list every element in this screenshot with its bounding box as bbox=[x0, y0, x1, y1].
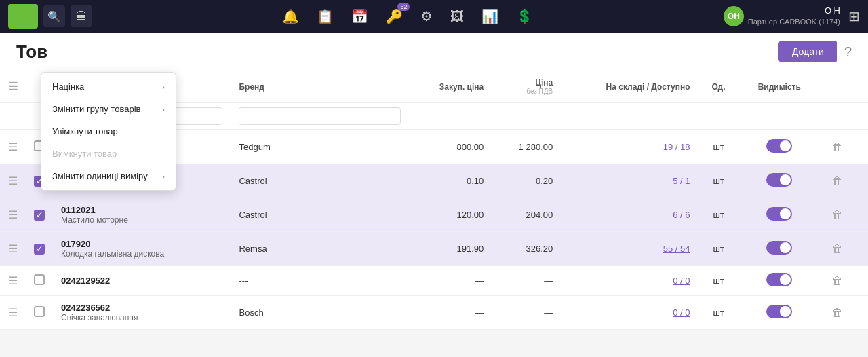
visibility-toggle[interactable] bbox=[766, 305, 792, 318]
row-price-0: 1 280.00 bbox=[492, 130, 561, 164]
delete-button[interactable]: 🗑 bbox=[828, 174, 847, 189]
row-visibility-3[interactable] bbox=[739, 232, 820, 266]
brand-text: --- bbox=[239, 276, 248, 286]
archive-button[interactable]: 🏛 bbox=[71, 5, 92, 27]
visibility-toggle-wrap[interactable] bbox=[766, 207, 792, 221]
row-unit-1: шт bbox=[698, 164, 739, 198]
search-button[interactable]: 🔍 bbox=[43, 5, 65, 27]
reorder-handle-icon[interactable]: ☰ bbox=[8, 175, 18, 187]
filter-stock-cell bbox=[561, 102, 698, 130]
th-visibility: Видимість bbox=[739, 71, 820, 102]
brand-text: Remsa bbox=[239, 244, 267, 254]
stock-link[interactable]: 0 / 0 bbox=[673, 276, 690, 286]
row-reorder-0: ☰ bbox=[0, 130, 26, 164]
visibility-toggle[interactable] bbox=[766, 273, 792, 286]
delete-button[interactable]: 🗑 bbox=[828, 242, 847, 257]
user-info[interactable]: ОН О Н Партнер CARBOOK (1174) bbox=[724, 5, 840, 26]
row-checkbox[interactable] bbox=[34, 274, 45, 285]
th-purchase-price: Закуп. ціна bbox=[409, 71, 492, 102]
chevron-right-icon: › bbox=[162, 83, 165, 91]
row-visibility-2[interactable] bbox=[739, 198, 820, 232]
brand-text: Castrol bbox=[239, 176, 267, 186]
visibility-toggle[interactable] bbox=[766, 207, 792, 221]
reorder-handle-icon[interactable]: ☰ bbox=[8, 209, 18, 221]
row-brand-4: --- bbox=[231, 266, 408, 296]
th-purchase-label: Закуп. ціна bbox=[439, 82, 484, 92]
context-menu-enable[interactable]: Увімкнути товар bbox=[41, 120, 176, 143]
image-icon-button[interactable]: 🖼 bbox=[448, 6, 467, 27]
user-details: О Н Партнер CARBOOK (1174) bbox=[748, 5, 840, 26]
context-menu-change-group[interactable]: Змінити групу товарів › bbox=[41, 98, 176, 120]
product-name-text: Колодка гальмівна дискова bbox=[61, 249, 222, 259]
visibility-toggle-wrap[interactable] bbox=[766, 241, 792, 255]
row-delete-4: 🗑 bbox=[820, 266, 868, 296]
th-stock-label: На складі / Доступно bbox=[606, 82, 690, 92]
context-menu-markup[interactable]: Націнка › bbox=[41, 75, 176, 98]
add-button[interactable]: Додати bbox=[778, 41, 837, 62]
visibility-toggle-wrap[interactable] bbox=[766, 173, 792, 187]
stock-link[interactable]: 5 / 1 bbox=[673, 176, 690, 186]
row-checkbox-4[interactable] bbox=[26, 266, 53, 296]
delete-button[interactable]: 🗑 bbox=[828, 305, 847, 320]
row-checkbox-3[interactable]: ✓ bbox=[26, 232, 53, 266]
row-checkbox-2[interactable]: ✓ bbox=[26, 198, 53, 232]
chart-icon-button[interactable]: 📊 bbox=[479, 5, 501, 27]
reorder-icon[interactable]: ☰ bbox=[8, 81, 18, 92]
header-actions: Додати ? bbox=[778, 41, 852, 62]
stock-link[interactable]: 55 / 54 bbox=[663, 244, 690, 254]
row-stock-3: 55 / 54 bbox=[561, 232, 698, 266]
visibility-toggle[interactable] bbox=[766, 241, 792, 255]
dollar-icon-button[interactable]: 💲 bbox=[513, 5, 536, 27]
reorder-handle-icon[interactable]: ☰ bbox=[8, 141, 18, 153]
filter-brand-input[interactable] bbox=[239, 107, 400, 125]
row-product-3: 017920 Колодка гальмівна дискова bbox=[53, 232, 231, 266]
context-menu-change-units[interactable]: Змінити одиниці виміру › bbox=[41, 165, 176, 187]
calendar-check-icon-button[interactable]: 📅 bbox=[349, 5, 371, 27]
price-text: 326.20 bbox=[526, 244, 553, 254]
th-price-sub: без ПДВ bbox=[500, 88, 553, 95]
app-logo[interactable] bbox=[8, 4, 38, 29]
help-button[interactable]: ? bbox=[844, 44, 852, 60]
visibility-toggle-wrap[interactable] bbox=[766, 139, 792, 153]
row-checkbox[interactable]: ✓ bbox=[34, 244, 45, 255]
row-checkbox[interactable]: ✓ bbox=[34, 210, 45, 221]
filter-reorder bbox=[0, 102, 26, 130]
user-sub: Партнер CARBOOK (1174) bbox=[748, 17, 840, 26]
chevron-right-icon-3: › bbox=[162, 172, 165, 181]
visibility-toggle[interactable] bbox=[766, 173, 792, 187]
row-unit-4: шт bbox=[698, 266, 739, 296]
add-doc-icon-button[interactable]: 📋 bbox=[314, 5, 336, 27]
row-purchase-5: — bbox=[409, 296, 492, 330]
row-checkbox[interactable] bbox=[34, 306, 45, 317]
stock-link[interactable]: 0 / 0 bbox=[673, 307, 690, 318]
visibility-toggle-wrap[interactable] bbox=[766, 273, 792, 286]
visibility-toggle[interactable] bbox=[766, 139, 792, 153]
settings-icon-button[interactable]: ⚙ bbox=[418, 5, 435, 27]
reorder-handle-icon[interactable]: ☰ bbox=[8, 275, 18, 286]
row-delete-1: 🗑 bbox=[820, 164, 868, 198]
row-visibility-1[interactable] bbox=[739, 164, 820, 198]
key-icon-button[interactable]: 🔑 52 bbox=[383, 5, 406, 27]
visibility-toggle-wrap[interactable] bbox=[766, 305, 792, 318]
delete-button[interactable]: 🗑 bbox=[828, 274, 847, 288]
stock-link[interactable]: 19 / 18 bbox=[663, 142, 690, 152]
row-visibility-0[interactable] bbox=[739, 130, 820, 164]
row-price-3: 326.20 bbox=[492, 232, 561, 266]
row-visibility-4[interactable] bbox=[739, 266, 820, 296]
row-reorder-3: ☰ bbox=[0, 232, 26, 266]
row-checkbox-5[interactable] bbox=[26, 296, 53, 330]
purchase-price-text: — bbox=[475, 276, 484, 286]
bell-icon-button[interactable]: 🔔 bbox=[279, 5, 302, 27]
purchase-price-text: 0.10 bbox=[467, 176, 484, 186]
reorder-handle-icon[interactable]: ☰ bbox=[8, 307, 18, 318]
th-stock: На складі / Доступно bbox=[561, 71, 698, 102]
reorder-handle-icon[interactable]: ☰ bbox=[8, 243, 18, 255]
th-actions bbox=[820, 71, 868, 102]
row-visibility-5[interactable] bbox=[739, 296, 820, 330]
delete-button[interactable]: 🗑 bbox=[828, 208, 847, 223]
th-unit-label: Од. bbox=[712, 82, 726, 92]
row-brand-5: Bosch bbox=[231, 296, 408, 330]
grid-menu-button[interactable]: ⊞ bbox=[848, 8, 860, 24]
delete-button[interactable]: 🗑 bbox=[828, 140, 847, 155]
stock-link[interactable]: 6 / 6 bbox=[673, 210, 690, 220]
